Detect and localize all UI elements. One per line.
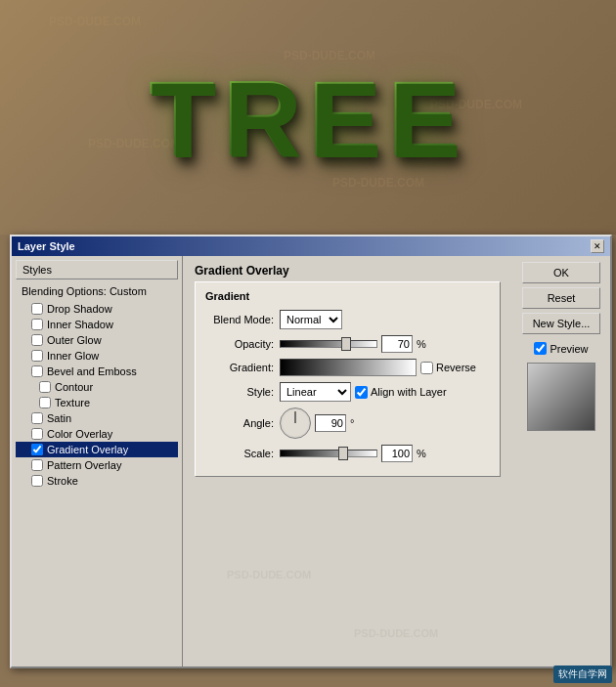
main-panel: Gradient Overlay Gradient Blend Mode: No… bbox=[183, 256, 512, 666]
blend-mode-row: Blend Mode: Normal Multiply Screen Overl… bbox=[205, 310, 490, 329]
watermark-1: PSD-DUDE.COM bbox=[49, 15, 141, 28]
sidebar-item-gradient-overlay[interactable]: Gradient Overlay bbox=[16, 442, 178, 457]
dialog-body: Styles Blending Options: Custom Drop Sha… bbox=[12, 256, 610, 666]
contour-label: Contour bbox=[55, 381, 93, 393]
new-style-button[interactable]: New Style... bbox=[522, 313, 600, 334]
gradient-section: Gradient Blend Mode: Normal Multiply Scr… bbox=[195, 281, 501, 477]
angle-label: Angle: bbox=[205, 417, 274, 429]
dialog-titlebar: Layer Style ✕ bbox=[12, 236, 610, 256]
angle-control: ° bbox=[280, 408, 354, 439]
sidebar-item-drop-shadow[interactable]: Drop Shadow bbox=[16, 301, 178, 317]
sidebar-item-texture[interactable]: Texture bbox=[16, 395, 178, 410]
drop-shadow-checkbox[interactable] bbox=[31, 303, 43, 315]
logo-badge: 软件自学网 bbox=[553, 666, 612, 683]
stroke-checkbox[interactable] bbox=[31, 475, 43, 487]
styles-button[interactable]: Styles bbox=[16, 260, 178, 279]
satin-checkbox[interactable] bbox=[31, 412, 43, 424]
stroke-label: Stroke bbox=[47, 475, 78, 487]
reverse-checkbox[interactable] bbox=[420, 362, 433, 374]
layer-style-dialog: Layer Style ✕ Styles Blending Options: C… bbox=[10, 235, 612, 668]
texture-checkbox[interactable] bbox=[39, 397, 51, 408]
texture-label: Texture bbox=[55, 397, 90, 408]
scale-unit: % bbox=[417, 448, 426, 459]
ok-button[interactable]: OK bbox=[522, 262, 600, 283]
gradient-bar[interactable] bbox=[280, 359, 417, 376]
reset-button[interactable]: Reset bbox=[522, 287, 600, 309]
gradient-control: Reverse bbox=[280, 359, 476, 376]
sidebar: Styles Blending Options: Custom Drop Sha… bbox=[12, 256, 183, 666]
scale-row: Scale: % bbox=[205, 445, 490, 462]
inner-glow-checkbox[interactable] bbox=[31, 350, 43, 362]
scale-input[interactable] bbox=[381, 445, 413, 462]
opacity-label: Opacity: bbox=[205, 338, 274, 350]
reverse-text: Reverse bbox=[436, 362, 476, 373]
blending-options-item[interactable]: Blending Options: Custom bbox=[16, 283, 178, 299]
scale-control: % bbox=[280, 445, 426, 462]
sidebar-item-bevel-emboss[interactable]: Bevel and Emboss bbox=[16, 364, 178, 379]
dialog-watermark-2: PSD-DUDE.COM bbox=[354, 627, 438, 639]
contour-checkbox[interactable] bbox=[39, 381, 51, 393]
opacity-input[interactable] bbox=[381, 335, 413, 353]
preview-label: Preview bbox=[550, 343, 588, 355]
angle-input[interactable] bbox=[315, 414, 346, 432]
section-title: Gradient bbox=[205, 290, 490, 302]
opacity-control: % bbox=[280, 335, 426, 353]
bevel-emboss-checkbox[interactable] bbox=[31, 365, 43, 377]
canvas-text: TREE bbox=[149, 56, 466, 180]
close-button[interactable]: ✕ bbox=[591, 239, 604, 253]
opacity-unit: % bbox=[417, 338, 426, 350]
sidebar-item-stroke[interactable]: Stroke bbox=[16, 473, 178, 489]
bevel-emboss-label: Bevel and Emboss bbox=[47, 365, 137, 377]
scale-slider[interactable] bbox=[280, 450, 377, 457]
style-control: Linear Radial Angle Reflected Diamond Al… bbox=[280, 382, 447, 402]
panel-title: Gradient Overlay bbox=[195, 264, 501, 278]
scale-label: Scale: bbox=[205, 448, 274, 459]
dialog-watermark-1: PSD-DUDE.COM bbox=[227, 569, 311, 580]
inner-shadow-checkbox[interactable] bbox=[31, 319, 43, 330]
align-layer-text: Align with Layer bbox=[371, 386, 447, 398]
blend-mode-select[interactable]: Normal Multiply Screen Overlay bbox=[280, 310, 342, 329]
gradient-row: Gradient: Reverse bbox=[205, 359, 490, 376]
sidebar-item-satin[interactable]: Satin bbox=[16, 410, 178, 426]
sidebar-item-color-overlay[interactable]: Color Overlay bbox=[16, 426, 178, 442]
canvas-area: PSD-DUDE.COM PSD-DUDE.COM PSD-DUDE.COM P… bbox=[0, 0, 616, 235]
align-layer-checkbox[interactable] bbox=[355, 386, 368, 399]
angle-row: Angle: ° bbox=[205, 408, 490, 439]
color-overlay-label: Color Overlay bbox=[47, 428, 112, 440]
sidebar-item-contour[interactable]: Contour bbox=[16, 379, 178, 395]
right-panel: OK Reset New Style... Preview bbox=[512, 256, 610, 666]
satin-label: Satin bbox=[47, 412, 71, 424]
opacity-row: Opacity: % bbox=[205, 335, 490, 353]
dial-line bbox=[295, 411, 296, 423]
gradient-overlay-checkbox[interactable] bbox=[31, 444, 43, 455]
color-overlay-checkbox[interactable] bbox=[31, 428, 43, 440]
align-layer-label: Align with Layer bbox=[355, 386, 447, 399]
preview-checkbox[interactable] bbox=[534, 342, 547, 355]
dialog-title: Layer Style bbox=[18, 240, 75, 252]
pattern-overlay-label: Pattern Overlay bbox=[47, 459, 121, 471]
style-label: Style: bbox=[205, 386, 274, 398]
drop-shadow-label: Drop Shadow bbox=[47, 303, 112, 315]
sidebar-item-outer-glow[interactable]: Outer Glow bbox=[16, 332, 178, 348]
outer-glow-checkbox[interactable] bbox=[31, 334, 43, 346]
gradient-label: Gradient: bbox=[205, 362, 274, 373]
style-select[interactable]: Linear Radial Angle Reflected Diamond bbox=[280, 382, 351, 402]
blend-mode-label: Blend Mode: bbox=[205, 314, 274, 325]
angle-unit: ° bbox=[350, 417, 354, 429]
reverse-label: Reverse bbox=[420, 362, 476, 374]
pattern-overlay-checkbox[interactable] bbox=[31, 459, 43, 471]
opacity-slider[interactable] bbox=[280, 340, 377, 348]
angle-dial[interactable] bbox=[280, 408, 311, 439]
outer-glow-label: Outer Glow bbox=[47, 334, 102, 346]
sidebar-item-pattern-overlay[interactable]: Pattern Overlay bbox=[16, 457, 178, 473]
gradient-overlay-label: Gradient Overlay bbox=[47, 444, 128, 455]
preview-row: Preview bbox=[534, 342, 588, 355]
blend-mode-control: Normal Multiply Screen Overlay bbox=[280, 310, 342, 329]
inner-shadow-label: Inner Shadow bbox=[47, 319, 113, 330]
style-row: Style: Linear Radial Angle Reflected Dia… bbox=[205, 382, 490, 402]
sidebar-item-inner-shadow[interactable]: Inner Shadow bbox=[16, 317, 178, 332]
preview-box bbox=[527, 363, 595, 431]
sidebar-item-inner-glow[interactable]: Inner Glow bbox=[16, 348, 178, 364]
inner-glow-label: Inner Glow bbox=[47, 350, 99, 362]
